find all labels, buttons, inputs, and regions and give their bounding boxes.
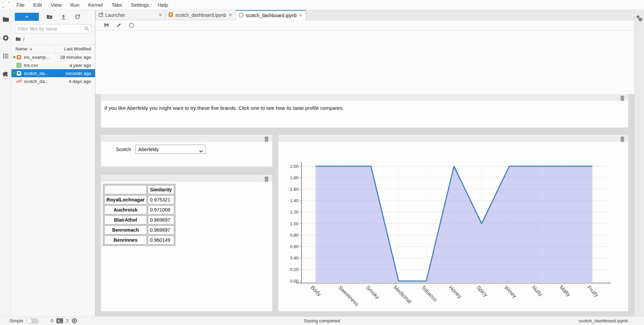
menu-edit[interactable]: Edit (29, 0, 46, 10)
brand-name-cell[interactable]: Benromach (104, 225, 147, 235)
save-icon[interactable] (103, 21, 110, 29)
y-tick-label: 0.60 (290, 244, 298, 249)
file-modified: a year ago (70, 63, 95, 68)
tab-launcher[interactable]: Launcher × (95, 10, 166, 20)
delete-cell-button[interactable] (619, 136, 625, 142)
y-tick-label: 1.80 (290, 175, 298, 180)
area-fill (316, 166, 592, 282)
brand-name-cell[interactable]: Benrinnes (104, 235, 147, 245)
menu-view[interactable]: View (46, 0, 66, 10)
kernel-chip-icon (72, 318, 77, 324)
trash-icon (620, 136, 625, 142)
file-browser-icon[interactable] (0, 13, 11, 25)
sort-by-name[interactable]: Name (11, 46, 55, 51)
similarity-value-cell: 0.969697 (148, 225, 174, 235)
dashboard-description: If you like Aberfeldy you might want to … (101, 101, 628, 111)
x-category-label: Nutty (531, 284, 544, 297)
menu-kernel[interactable]: Kernel (84, 0, 107, 10)
file-modified: 4 days ago (69, 79, 95, 84)
file-name: scotch_da... (24, 71, 65, 76)
kernel-busy-icon[interactable] (128, 21, 135, 29)
extension-manager-icon[interactable] (0, 68, 11, 80)
close-tab-icon[interactable]: × (298, 12, 303, 18)
property-inspector-gears-icon[interactable] (636, 15, 643, 316)
dashboard-content: If you like Aberfeldy you might want to … (95, 31, 634, 316)
tab-scotch-dashboard-2-active[interactable]: scotch_dashboard.ipynb × (236, 10, 306, 20)
delete-cell-button[interactable] (263, 136, 269, 142)
file-list-header: Name Last Modified (11, 45, 95, 53)
filter-files-input[interactable] (15, 24, 92, 33)
cell-header (101, 94, 628, 101)
notebook-file-icon (16, 71, 22, 76)
table-of-contents-icon[interactable] (0, 50, 11, 62)
empty-header-cell (104, 185, 147, 194)
file-name: scotch_da... (24, 79, 69, 84)
simple-mode-label: Simple (9, 318, 23, 323)
tab-scotch-dashboard-1[interactable]: scotch_dashboard.ipynb × (166, 10, 236, 20)
refresh-icon[interactable] (74, 13, 81, 20)
sort-by-modified[interactable]: Last Modified (55, 45, 95, 53)
file-modified: seconds ago (65, 71, 95, 76)
close-tab-icon[interactable]: × (228, 12, 233, 18)
upload-icon[interactable] (60, 13, 67, 20)
scotch-label: Scotch (116, 146, 131, 152)
table-header-row: Similarity (104, 185, 174, 194)
brand-name-cell[interactable]: BlairAthol (104, 215, 147, 225)
jupyterlab-window: File Edit View Run Kernel Tabs Settings … (0, 0, 644, 325)
file-row-iris-csv[interactable]: Iris.csv a year ago (11, 61, 95, 69)
similarity-value-cell: 0.969697 (148, 215, 174, 225)
delete-cell-button[interactable] (619, 95, 625, 101)
menu-tabs[interactable]: Tabs (107, 0, 127, 10)
brand-name-cell[interactable]: Auchroisk (104, 205, 147, 215)
file-modified: 28 minutes ago (60, 55, 95, 60)
trash-icon (620, 95, 625, 101)
plus-icon: + (25, 13, 29, 20)
kernel-count: 2 (66, 318, 69, 323)
brand-name-cell[interactable]: RoyalLochnagar (104, 195, 147, 204)
csv-file-icon (16, 63, 22, 68)
notebook-toolbar (95, 20, 634, 31)
menu-run[interactable]: Run (66, 0, 84, 10)
cell-header (101, 135, 272, 142)
trash-icon (264, 176, 269, 182)
scotch-select[interactable]: Aberfeldy (135, 145, 206, 154)
right-sidebar-strip (634, 10, 644, 316)
filter-files-field[interactable] (15, 26, 84, 32)
running-dot-icon (12, 72, 16, 75)
status-bar: Simple 0 $_ 2 Saving completed scotch_da… (0, 316, 644, 325)
x-category-label: Honey (448, 284, 463, 299)
main-dock: Launcher × scotch_dashboard.ipynb × scot… (95, 10, 644, 316)
menu-settings[interactable]: Settings (127, 0, 153, 10)
file-row-iris-example[interactable]: iris_examp... 28 minutes ago (11, 53, 95, 61)
y-tick-label: 1.60 (290, 187, 298, 192)
simple-mode-toggle[interactable] (27, 318, 39, 324)
menu-file[interactable]: File (12, 0, 29, 10)
running-sessions-status[interactable]: 0 $_ 2 (51, 318, 77, 324)
current-file-indicator[interactable]: scotch_dashboard.ipynb (579, 318, 628, 323)
close-tab-icon[interactable]: × (158, 12, 163, 18)
tab-label: scotch_dashboard.ipynb (246, 13, 296, 18)
file-row-scotch-pdf[interactable]: PDF scotch_da... 4 days ago (11, 77, 95, 85)
file-row-scotch-notebook-selected[interactable]: scotch_da... seconds ago (11, 69, 95, 77)
sort-ascending-icon (30, 48, 33, 50)
new-folder-icon[interactable] (46, 13, 53, 20)
menu-help[interactable]: Help (153, 0, 173, 10)
similarity-value-cell: 0.971008 (148, 205, 174, 215)
x-category-label: Spicy (475, 284, 489, 298)
running-sessions-icon[interactable] (0, 32, 11, 44)
file-name: iris_examp... (24, 55, 60, 60)
edit-icon[interactable] (115, 21, 123, 29)
jupyter-logo-icon (0, 0, 12, 10)
breadcrumb-root[interactable]: / (23, 37, 25, 42)
delete-cell-button[interactable] (263, 176, 269, 182)
new-launcher-button[interactable]: + (15, 13, 39, 21)
running-dot-icon (12, 56, 16, 58)
folder-icon (15, 37, 21, 42)
toggle-knob (27, 318, 32, 324)
menu-bar: File Edit View Run Kernel Tabs Settings … (0, 0, 644, 10)
similarity-header-cell: Similarity (148, 185, 174, 194)
y-tick-label: 2.00 (290, 164, 298, 169)
breadcrumb[interactable]: / (11, 33, 95, 45)
table-row: RoyalLochnagar 0.975321 (104, 195, 174, 204)
x-category-label: Smoky (365, 284, 381, 300)
